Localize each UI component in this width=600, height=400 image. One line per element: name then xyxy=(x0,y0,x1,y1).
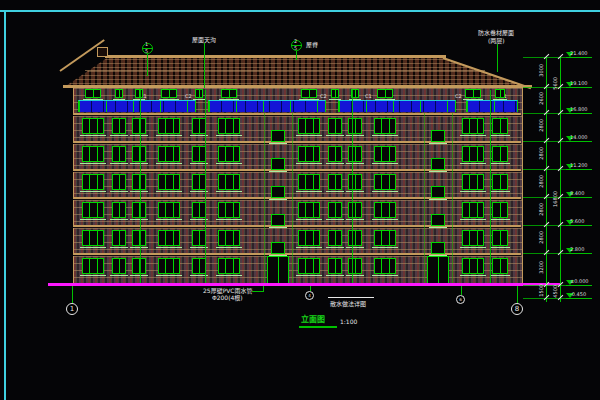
window-sill xyxy=(490,191,510,192)
window-mullion xyxy=(93,90,94,97)
stair-landing-window xyxy=(431,214,445,226)
window xyxy=(462,118,484,134)
window-mullion xyxy=(233,203,234,217)
frame-left-line xyxy=(4,10,6,400)
window-sill xyxy=(299,99,319,100)
ridge-callout-number: 2 xyxy=(294,38,297,44)
window-sill xyxy=(429,171,447,172)
attic-window xyxy=(115,89,123,98)
window xyxy=(132,174,146,190)
window-sill xyxy=(429,143,447,144)
window-mullion xyxy=(385,90,386,97)
window-mullion xyxy=(173,147,174,161)
entrance-door xyxy=(427,256,449,285)
window-mullion xyxy=(381,119,382,133)
window-mullion xyxy=(165,119,166,133)
window-sill xyxy=(296,219,322,220)
window-mullion xyxy=(233,175,234,189)
window-sill xyxy=(329,99,341,100)
gutter-note: 屋面天沟 xyxy=(192,36,216,43)
frame-top-line xyxy=(0,10,600,12)
stair-bay-edge-line xyxy=(292,113,293,285)
stair-landing-window xyxy=(271,214,285,226)
canopy-window-band xyxy=(466,100,518,112)
window-mullion xyxy=(389,259,390,273)
window xyxy=(82,258,104,274)
window-sill xyxy=(80,191,106,192)
entrance-door xyxy=(267,256,289,285)
door-mullion xyxy=(438,257,439,284)
window-mullion xyxy=(335,147,336,161)
window-mullion xyxy=(313,203,314,217)
stair-landing-window xyxy=(431,158,445,170)
window-mullion xyxy=(89,231,90,245)
window xyxy=(112,230,126,246)
window-mullion xyxy=(500,90,501,97)
window-sill xyxy=(216,247,242,248)
window xyxy=(298,258,320,274)
door-mullion xyxy=(278,257,279,284)
window-mullion xyxy=(389,119,390,133)
window-sill xyxy=(80,247,106,248)
window-mullion xyxy=(199,259,200,273)
window xyxy=(298,202,320,218)
title-underline xyxy=(299,326,337,328)
window-mullion xyxy=(225,175,226,189)
window xyxy=(492,118,508,134)
axis-bubble: 4 xyxy=(305,291,314,300)
window xyxy=(218,118,240,134)
window-sill xyxy=(156,247,182,248)
ridge-callout-leader xyxy=(296,51,297,60)
window-mullion xyxy=(335,90,336,97)
window-mullion xyxy=(473,90,474,97)
window-sill xyxy=(216,191,242,192)
window-sill xyxy=(490,247,510,248)
window-sill xyxy=(493,99,507,100)
window-sill xyxy=(110,135,128,136)
apron-note-bracket xyxy=(328,297,374,298)
window-sill xyxy=(156,191,182,192)
window-mullion xyxy=(335,119,336,133)
window-sill xyxy=(349,99,361,100)
window-sill xyxy=(296,247,322,248)
window-mullion xyxy=(313,231,314,245)
window-mullion xyxy=(233,147,234,161)
window-mullion xyxy=(389,231,390,245)
window xyxy=(348,174,362,190)
dimension-value: 2800 xyxy=(539,119,544,132)
window xyxy=(112,258,126,274)
window-mullion xyxy=(469,203,470,217)
window-type-tag: C1 xyxy=(365,93,372,99)
window-mullion xyxy=(225,203,226,217)
window-mullion xyxy=(313,175,314,189)
window xyxy=(348,202,362,218)
window xyxy=(192,258,206,274)
window-sill xyxy=(269,227,287,228)
elevation-marker-line xyxy=(566,253,592,254)
attic-window xyxy=(161,89,177,98)
stair-bay-edge-line xyxy=(424,113,425,285)
dimension-value: 3000 xyxy=(539,64,544,77)
window xyxy=(112,202,126,218)
window xyxy=(82,174,104,190)
window-sill xyxy=(490,219,510,220)
canopy-window-band xyxy=(208,100,326,112)
window xyxy=(82,202,104,218)
window-mullion xyxy=(469,147,470,161)
elevation-marker-line xyxy=(566,57,592,58)
window xyxy=(298,174,320,190)
window xyxy=(132,230,146,246)
window xyxy=(218,146,240,162)
drawing-title: 立面图 xyxy=(301,315,325,324)
window xyxy=(328,202,342,218)
window xyxy=(374,146,396,162)
window-mullion xyxy=(389,175,390,189)
pipe-note-line1: 25厚壁PVC雨水管 xyxy=(203,287,253,294)
window-mullion xyxy=(477,203,478,217)
rain-downspout-line xyxy=(490,90,491,285)
window-mullion xyxy=(225,231,226,245)
window-sill xyxy=(110,163,128,164)
window-sill xyxy=(156,275,182,276)
elevation-marker-line xyxy=(566,197,592,198)
ground-line xyxy=(48,283,560,286)
